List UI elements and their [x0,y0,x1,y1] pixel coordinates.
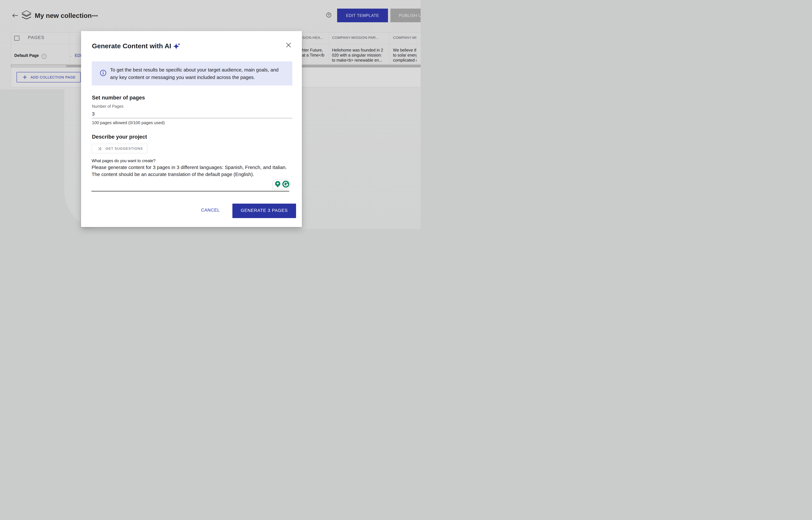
svg-text:?: ? [328,14,330,17]
svg-text:?: ? [43,55,45,58]
